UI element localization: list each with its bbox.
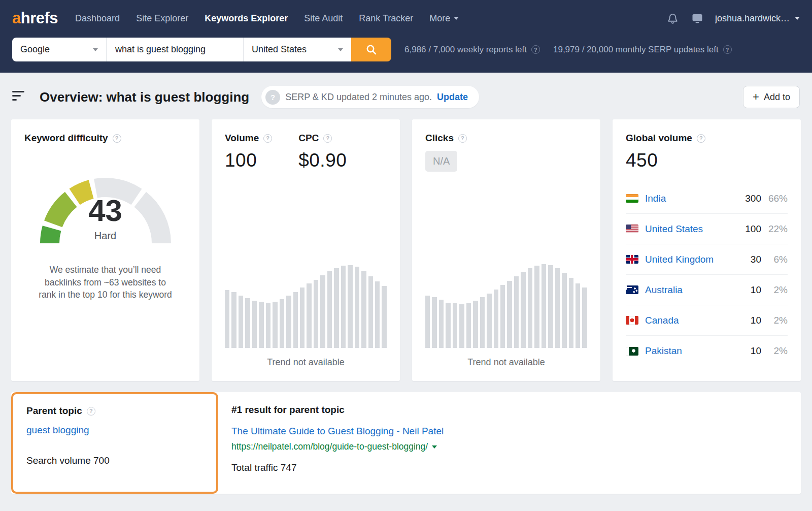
parent-topic-link[interactable]: guest blogging <box>26 425 89 436</box>
country-share: 22% <box>761 223 788 235</box>
us-flag-icon <box>626 225 638 233</box>
kd-label: Hard <box>29 230 182 242</box>
trend-bar <box>348 265 352 348</box>
keyword-input[interactable] <box>107 38 243 61</box>
volume-card: Volume ? 100 CPC ? $0.90 Trend not avail… <box>212 119 400 381</box>
chevron-down-icon <box>795 17 800 20</box>
search-button[interactable] <box>351 38 391 61</box>
help-icon[interactable]: ? <box>263 134 272 143</box>
country-row: Australia102% <box>626 275 788 305</box>
help-icon[interactable]: ? <box>697 134 705 143</box>
trend-bar <box>382 286 386 348</box>
help-icon[interactable]: ? <box>458 134 467 143</box>
trend-bar <box>548 265 553 348</box>
country-link[interactable]: United States <box>645 223 703 235</box>
country-link[interactable]: India <box>645 193 666 204</box>
country-share: 66% <box>761 193 788 204</box>
url-dropdown-caret-icon[interactable] <box>432 445 437 449</box>
top-result-url[interactable]: https://neilpatel.com/blog/guide-to-gues… <box>231 441 428 452</box>
trend-bar <box>500 285 505 348</box>
trend-bar <box>473 301 478 348</box>
country-link[interactable]: Australia <box>645 284 683 296</box>
top-result-link[interactable]: The Ultimate Guide to Guest Blogging - N… <box>231 426 444 437</box>
chevron-down-icon <box>93 48 98 51</box>
nav-item-site-audit[interactable]: Site Audit <box>304 13 343 24</box>
user-menu[interactable]: joshua.hardwick… <box>715 13 800 24</box>
trend-bar <box>300 288 304 348</box>
ahrefs-logo[interactable]: ahrefs <box>12 9 58 27</box>
trend-bar <box>327 271 332 348</box>
trend-bar <box>459 304 464 348</box>
notifications-bell-icon[interactable] <box>666 12 680 25</box>
country-share: 6% <box>761 254 788 265</box>
gb-flag-icon <box>626 255 638 264</box>
trend-bar <box>368 276 373 348</box>
trend-bar <box>341 266 346 348</box>
help-icon[interactable]: ? <box>723 45 732 54</box>
clicks-trend-note: Trend not available <box>425 357 587 368</box>
plus-icon: + <box>753 91 759 103</box>
country-row: Canada102% <box>626 305 788 336</box>
refresh-info-icon: ? <box>265 90 280 105</box>
search-engine-value: Google <box>20 44 50 55</box>
parent-topic-search-volume: Search volume 700 <box>26 455 203 466</box>
add-to-button[interactable]: + Add to <box>743 86 800 108</box>
trend-bar <box>562 273 566 348</box>
country-volume: 300 <box>733 193 761 204</box>
country-link[interactable]: Canada <box>645 315 679 326</box>
country-volume: 100 <box>733 223 761 235</box>
nav-item-dashboard[interactable]: Dashboard <box>75 13 120 24</box>
top-nav-right: joshua.hardwick… <box>666 12 800 25</box>
top-result-url-row: https://neilpatel.com/blog/guide-to-gues… <box>231 441 444 452</box>
country-row: United Kingdom306% <box>626 244 788 275</box>
help-icon[interactable]: ? <box>323 134 332 143</box>
country-share: 2% <box>761 345 788 357</box>
help-icon[interactable]: ? <box>531 45 540 54</box>
nav-item-site-explorer[interactable]: Site Explorer <box>136 13 188 24</box>
ca-flag-icon <box>626 316 638 325</box>
search-group: Google United States <box>12 38 391 61</box>
trend-bar <box>534 266 539 348</box>
in-flag-icon <box>626 194 638 203</box>
trend-bar <box>569 278 573 348</box>
nav-item-keywords-explorer[interactable]: Keywords Explorer <box>205 13 288 24</box>
update-link[interactable]: Update <box>437 92 468 103</box>
trend-bar <box>555 268 560 348</box>
country-link[interactable]: United Kingdom <box>645 254 714 265</box>
kd-gauge: 43 Hard <box>29 166 182 250</box>
trend-bar <box>576 283 580 348</box>
keyword-input-wrap <box>107 38 244 61</box>
nav-item-rank-tracker[interactable]: Rank Tracker <box>359 13 413 24</box>
trend-bar <box>239 296 243 348</box>
keyword-difficulty-card: Keyword difficulty ? 43 Hard We estimate… <box>11 119 199 381</box>
trend-bar <box>375 281 380 348</box>
volume-block: Volume ? 100 <box>225 133 272 171</box>
user-name: joshua.hardwick… <box>715 13 790 24</box>
kd-gauge-overlay: 43 Hard <box>29 196 182 242</box>
reports-menu-icon[interactable] <box>12 91 25 103</box>
help-icon[interactable]: ? <box>113 134 121 143</box>
academy-screen-icon[interactable] <box>691 12 704 25</box>
monthly-updates-quota: 19,979 / 20,000 monthly SERP updates lef… <box>553 45 732 55</box>
keyword-search-bar: Google United States 6,986 / 7,000 weekl… <box>0 37 812 73</box>
page-title: Overview: what is guest blogging <box>40 89 249 105</box>
country-select[interactable]: United States <box>244 38 351 61</box>
trend-bar <box>225 290 229 348</box>
cpc-block: CPC ? $0.90 <box>298 133 347 171</box>
pk-flag-icon <box>626 347 638 356</box>
monthly-updates-text: 19,979 / 20,000 monthly SERP updates lef… <box>553 45 719 55</box>
trend-bar <box>453 303 457 348</box>
nav-item-more[interactable]: More <box>429 13 459 24</box>
trend-bar <box>307 283 311 348</box>
trend-bar <box>432 297 436 348</box>
trend-bar <box>466 303 471 348</box>
parent-topic-card: Parent topic ? guest blogging Search vol… <box>11 392 218 494</box>
page-header: Overview: what is guest blogging ? SERP … <box>0 73 812 119</box>
search-engine-select[interactable]: Google <box>12 38 107 61</box>
trend-bar <box>487 294 491 348</box>
global-volume-value: 450 <box>626 150 788 171</box>
weekly-reports-text: 6,986 / 7,000 weekly reports left <box>404 45 527 55</box>
help-icon[interactable]: ? <box>87 407 95 416</box>
country-link[interactable]: Pakistan <box>645 345 682 357</box>
volume-trend-note: Trend not available <box>225 357 387 368</box>
